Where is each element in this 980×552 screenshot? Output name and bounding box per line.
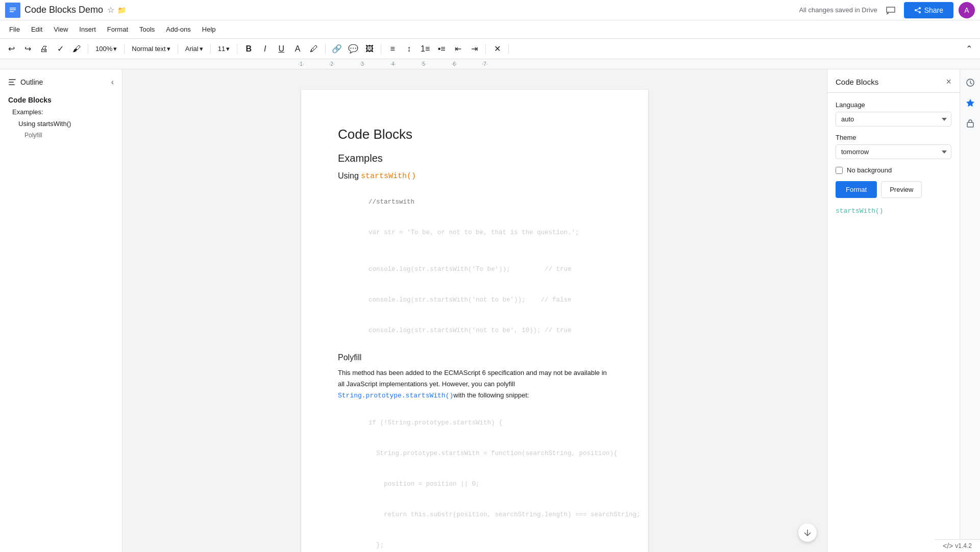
doc-title[interactable]: Code Blocks Demo <box>24 5 103 15</box>
menu-help[interactable]: Help <box>197 23 221 35</box>
svg-rect-11 <box>9 84 15 85</box>
menu-file[interactable]: File <box>4 23 25 35</box>
print-button[interactable]: 🖨 <box>37 42 51 56</box>
no-background-checkbox[interactable] <box>836 167 843 174</box>
no-background-label[interactable]: No background <box>847 166 892 174</box>
indent-increase-button[interactable]: ⇥ <box>467 42 481 56</box>
expand-button[interactable]: ⌃ <box>962 42 976 56</box>
indent-decrease-button[interactable]: ⇤ <box>451 42 465 56</box>
menu-format[interactable]: Format <box>102 23 133 35</box>
comment-button[interactable]: 💬 <box>346 42 360 56</box>
separator-4 <box>210 44 211 54</box>
code-comment-1: //startswith <box>369 198 414 206</box>
fontsize-dropdown[interactable]: 11 ▾ <box>215 44 233 54</box>
folder-icon[interactable]: 📁 <box>117 6 126 14</box>
menu-edit[interactable]: Edit <box>26 23 47 35</box>
list-ordered-button[interactable]: 1≡ <box>418 42 432 56</box>
underline-button[interactable]: U <box>274 42 288 56</box>
redo-button[interactable]: ↪ <box>20 42 35 56</box>
doc-section-polyfill: Polyfill <box>338 353 611 362</box>
sidebar-collapse-icon[interactable]: ‹ <box>111 78 114 87</box>
separator-5 <box>237 44 237 54</box>
far-right-icon-2[interactable] <box>962 95 978 111</box>
doc-bottom-icon[interactable] <box>798 523 817 542</box>
style-dropdown[interactable]: Normal text ▾ <box>129 44 173 54</box>
ruler: ·1· ·2· ·3· ·4· ·5· ·6· ·7· <box>0 59 980 69</box>
far-right-icon-1[interactable] <box>962 74 978 91</box>
code-line-5: console.log(str.startsWith('not to be', … <box>369 327 572 334</box>
undo-button[interactable]: ↩ <box>4 42 18 56</box>
svg-point-4 <box>919 7 921 9</box>
code-block3-line4: return this.substr(position, searchStrin… <box>369 511 641 518</box>
code-line-3: console.log(str.startsWith('To be')); //… <box>369 266 572 273</box>
inline-code-blue: String.prototype.startsWith() <box>338 392 453 399</box>
separator-7 <box>381 44 381 54</box>
sidebar-item-code-blocks[interactable]: Code Blocks <box>0 94 122 106</box>
language-section: Language auto javascript python css html <box>836 101 951 127</box>
star-icon[interactable]: ☆ <box>107 5 114 15</box>
menu-addons[interactable]: Add-ons <box>161 23 195 35</box>
clear-format-button[interactable]: ✕ <box>490 42 504 56</box>
sidebar-item-examples[interactable]: Examples: <box>0 106 122 118</box>
bottom-bar: </> v1.4.2 <box>935 539 980 552</box>
link-button[interactable]: 🔗 <box>330 42 344 56</box>
menu-insert[interactable]: Insert <box>74 23 101 35</box>
code-block3-line3: position = position || 0; <box>369 481 480 488</box>
app-icon <box>5 3 20 18</box>
font-dropdown[interactable]: Arial ▾ <box>182 44 206 54</box>
svg-line-8 <box>917 11 919 12</box>
svg-rect-3 <box>10 11 14 12</box>
far-right-icon-3[interactable] <box>962 115 978 132</box>
spellcheck-button[interactable]: ✓ <box>53 42 67 56</box>
menu-tools[interactable]: Tools <box>134 23 160 35</box>
sidebar: Outline ‹ Code Blocks Examples: Using st… <box>0 69 122 552</box>
highlight-button[interactable]: 🖊 <box>307 42 321 56</box>
image-button[interactable]: 🖼 <box>362 42 377 56</box>
theme-select[interactable]: tomorrow default dark monokai github <box>836 144 951 159</box>
svg-rect-10 <box>9 82 14 83</box>
svg-rect-2 <box>10 9 16 10</box>
code-block3-line1: if (!String.prototype.startsWith) { <box>369 419 503 426</box>
italic-button[interactable]: I <box>258 42 272 56</box>
language-select[interactable]: auto javascript python css html <box>836 112 951 127</box>
outline-icon <box>8 78 16 86</box>
code-line-2: var str = 'To be, or not to be, that is … <box>369 229 579 236</box>
avatar[interactable]: A <box>959 2 975 18</box>
version-badge: </> v1.4.2 <box>943 542 972 550</box>
separator-2 <box>124 44 125 54</box>
right-panel-header: Code Blocks × <box>827 69 960 93</box>
inline-code-startswith: startsWith() <box>361 172 416 181</box>
sidebar-item-startswith[interactable]: Using startsWith() <box>0 118 122 130</box>
sidebar-item-polyfill[interactable]: Polyfill <box>0 130 122 141</box>
separator-8 <box>485 44 486 54</box>
version-label: v1.4.2 <box>955 542 972 549</box>
right-panel: Code Blocks × Language auto javascript p… <box>827 69 960 552</box>
paint-format-button[interactable]: 🖌 <box>69 42 84 56</box>
code-block-1: //startswith var str = 'To be, or not to… <box>338 187 611 248</box>
doc-area[interactable]: Code Blocks Examples Using startsWith() … <box>122 69 827 552</box>
sidebar-title: Outline <box>8 78 43 86</box>
chat-icon[interactable] <box>883 2 899 18</box>
svg-rect-1 <box>10 8 16 9</box>
format-button[interactable]: Format <box>836 181 877 198</box>
zoom-dropdown[interactable]: 100% ▾ <box>92 44 120 54</box>
doc-title-heading: Code Blocks <box>338 127 611 142</box>
spacing-button[interactable]: ↕ <box>402 42 416 56</box>
svg-point-5 <box>915 9 917 11</box>
list-unordered-button[interactable]: •≡ <box>434 42 449 56</box>
preview-button[interactable]: Preview <box>881 181 922 198</box>
align-button[interactable]: ≡ <box>385 42 400 56</box>
bold-button[interactable]: B <box>241 42 256 56</box>
doc-page: Code Blocks Examples Using startsWith() … <box>301 90 648 552</box>
no-background-row: No background <box>836 166 951 174</box>
menu-view[interactable]: View <box>48 23 73 35</box>
theme-label: Theme <box>836 134 951 141</box>
code-block-3: if (!String.prototype.startsWith) { Stri… <box>338 408 611 552</box>
text-color-button[interactable]: A <box>290 42 305 56</box>
separator-9 <box>508 44 509 54</box>
close-icon[interactable]: × <box>946 77 951 87</box>
right-panel-body: Language auto javascript python css html… <box>827 93 960 225</box>
language-label: Language <box>836 101 951 109</box>
toolbar: ↩ ↪ 🖨 ✓ 🖌 100% ▾ Normal text ▾ Arial ▾ 1… <box>0 39 980 59</box>
share-button[interactable]: Share <box>904 2 953 18</box>
